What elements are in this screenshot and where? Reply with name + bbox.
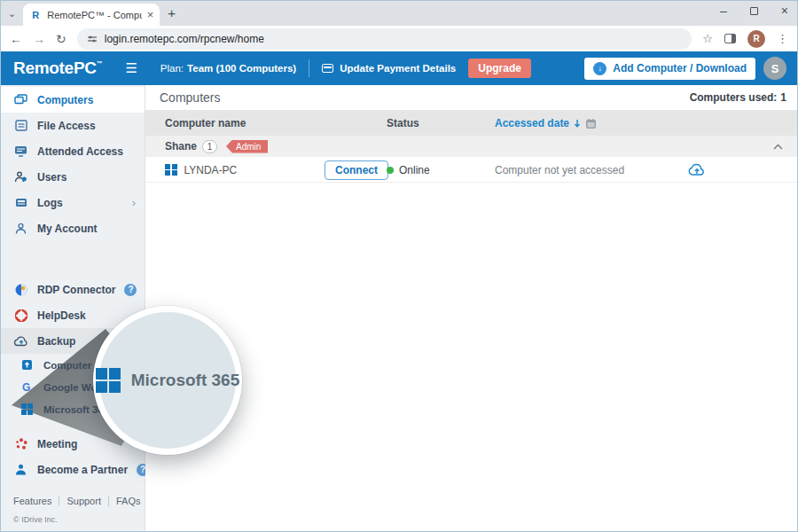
url-text[interactable]: login.remotepc.com/rpcnew/home (105, 33, 264, 45)
window-controls: – × (720, 4, 788, 18)
sidebar-item-label: Attended Access (37, 145, 123, 158)
cloud-backup-icon[interactable] (688, 163, 706, 176)
url-bar[interactable]: login.remotepc.com/rpcnew/home (77, 28, 692, 50)
hamburger-icon[interactable]: ☰ (125, 60, 137, 76)
calendar-icon[interactable] (585, 118, 597, 129)
sidebar-item-label: Users (37, 171, 66, 184)
side-panel-icon[interactable] (724, 34, 736, 43)
browser-window: ⌄ R RemotePC™ - Computers × + – × ← → ↻ … (0, 0, 798, 532)
footer-links: Features Support FAQs (13, 496, 145, 506)
sidebar-item-users[interactable]: Users (1, 164, 145, 190)
tab-close-icon[interactable]: × (147, 9, 154, 20)
file-access-icon (13, 120, 28, 131)
menu-kebab-icon[interactable]: ⋮ (777, 32, 788, 45)
sidebar-item-file-access[interactable]: File Access (1, 113, 145, 138)
admin-badge: Admin (226, 140, 268, 153)
bookmark-star-icon[interactable]: ☆ (702, 32, 713, 45)
status-cell: Online (387, 164, 495, 176)
my-account-icon (13, 223, 28, 234)
minimize-icon[interactable]: – (720, 4, 727, 18)
partner-icon (13, 464, 28, 475)
page-title: Computers (160, 90, 220, 105)
magnifier-circle: Microsoft 365 (93, 306, 242, 455)
logo-text: RemotePC (13, 59, 97, 78)
column-status: Status (387, 117, 495, 129)
chevron-up-icon (773, 144, 783, 150)
app-body: Computers File Access Attended Access Us… (1, 85, 797, 531)
update-payment-label: Update Payment Details (340, 63, 456, 74)
sidebar: Computers File Access Attended Access Us… (1, 85, 145, 531)
sidebar-item-label: Meeting (37, 438, 77, 450)
sidebar-item-become-a-partner[interactable]: Become a Partner ? (1, 457, 145, 482)
reload-icon[interactable]: ↻ (56, 32, 66, 46)
tab-title: RemotePC™ - Computers (47, 10, 141, 20)
group-row[interactable]: Shane 1 Admin (145, 136, 797, 158)
update-payment-link[interactable]: Update Payment Details (322, 63, 456, 74)
status-text: Online (399, 164, 430, 176)
table-header: Computer name Status Accessed date (145, 111, 797, 136)
sidebar-item-attended-access[interactable]: Attended Access (1, 138, 145, 164)
footer-link-features[interactable]: Features (13, 496, 51, 506)
sidebar-item-logs[interactable]: Logs › (1, 190, 145, 215)
connect-button[interactable]: Connect (325, 160, 388, 180)
header-divider (309, 59, 309, 77)
account-avatar[interactable]: S (763, 57, 786, 80)
sidebar-item-computers[interactable]: Computers (1, 87, 145, 113)
sidebar-item-label: Computers (37, 94, 93, 106)
add-computer-label: Add Computer / Download (613, 62, 747, 74)
plan-info: Plan: Team (100 Computers) (160, 63, 296, 74)
computers-used-value: 1 (780, 91, 786, 104)
backup-cloud-icon (13, 336, 28, 347)
collapse-group-button[interactable] (773, 144, 783, 150)
group-name: Shane (165, 140, 197, 153)
sidebar-item-label: File Access (37, 120, 96, 132)
computers-used: Computers used: 1 (690, 91, 786, 104)
browser-toolbar: ← → ↻ login.remotepc.com/rpcnew/home ☆ R… (1, 26, 797, 51)
footer-link-faqs[interactable]: FAQs (116, 496, 141, 506)
attended-access-icon (13, 145, 28, 157)
logo-tm: ™ (97, 60, 103, 66)
browser-profile-avatar[interactable]: R (747, 30, 765, 48)
sidebar-item-rdp-connector[interactable]: RDP Connector ? (1, 277, 145, 302)
computer-backup-icon (20, 359, 35, 371)
computer-name: LYNDA-PC (184, 164, 238, 176)
svg-text:G: G (22, 381, 30, 393)
backup-action-cell (688, 163, 758, 176)
footer-divider (108, 497, 109, 506)
help-icon[interactable]: ? (124, 284, 137, 296)
computer-name-cell: LYNDA-PC (145, 164, 325, 176)
users-icon (13, 171, 28, 183)
microsoft-365-large-icon (96, 368, 121, 393)
tab-search-icon[interactable]: ⌄ (8, 8, 16, 20)
sort-desc-icon (574, 119, 581, 128)
sidebar-item-my-account[interactable]: My Account (1, 215, 145, 241)
upgrade-button[interactable]: Upgrade (468, 59, 531, 78)
microsoft-365-icon (20, 403, 35, 416)
footer-link-support[interactable]: Support (66, 496, 101, 506)
close-icon[interactable]: × (781, 4, 788, 18)
windows-logo-icon (165, 164, 177, 176)
add-computer-button[interactable]: ↓ Add Computer / Download (584, 58, 755, 80)
forward-icon[interactable]: → (33, 32, 45, 46)
credit-card-icon (322, 64, 333, 73)
computers-used-label: Computers used: (690, 91, 778, 104)
app-header: RemotePC ™ ☰ Plan: Team (100 Computers) … (1, 51, 797, 85)
meeting-icon (13, 438, 28, 450)
site-settings-icon[interactable] (87, 34, 98, 44)
maximize-icon[interactable] (750, 7, 758, 15)
accessed-date-cell: Computer not yet accessed (495, 164, 688, 176)
group-count-badge: 1 (202, 140, 217, 153)
browser-tab[interactable]: R RemotePC™ - Computers × (23, 4, 160, 26)
logs-icon (13, 197, 28, 208)
new-tab-icon[interactable]: + (168, 5, 176, 20)
accessed-date-label: Accessed date (495, 117, 569, 129)
rdp-connector-icon (13, 284, 28, 296)
google-workspace-icon: G (20, 381, 35, 393)
back-icon[interactable]: ← (10, 32, 22, 46)
sidebar-item-label: Backup (37, 335, 75, 348)
toolbar-right: ☆ R ⋮ (702, 30, 788, 48)
column-accessed-date[interactable]: Accessed date (495, 117, 688, 129)
remotepc-favicon-icon: R (29, 9, 42, 21)
remotepc-logo[interactable]: RemotePC ™ (13, 59, 102, 78)
computer-row[interactable]: LYNDA-PC Connect Online Computer not yet… (145, 158, 797, 183)
